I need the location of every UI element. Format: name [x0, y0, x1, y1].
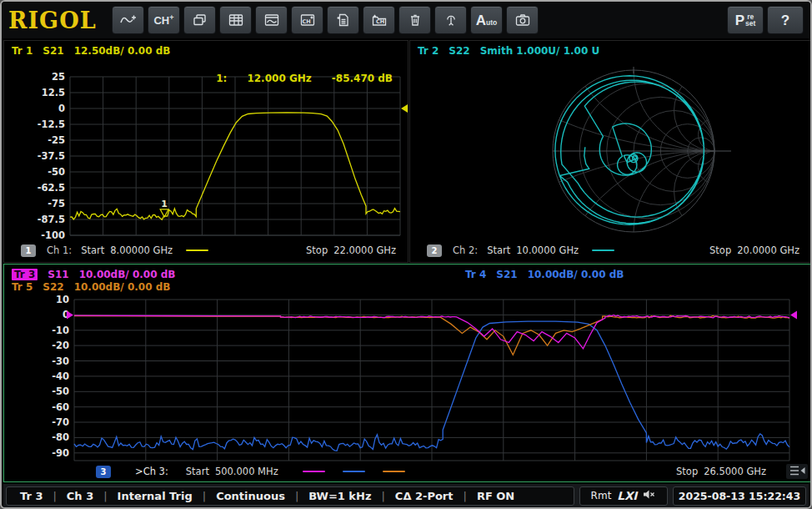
svg-text:12.5: 12.5 — [42, 87, 65, 98]
channel2-label: Ch 2: — [453, 244, 478, 256]
datetime-label: 2025-08-13 15:22:43 — [679, 490, 801, 502]
channel1-start-label: Start — [81, 244, 104, 256]
folder-channel-icon: CH — [371, 13, 388, 28]
svg-text:-25: -25 — [48, 134, 65, 146]
trace2-color-swatch — [592, 249, 614, 251]
svg-text:-60: -60 — [52, 401, 69, 413]
window-channel-button[interactable]: CH — [291, 6, 323, 34]
sine-plus-icon — [119, 13, 138, 28]
status-active-channel: Ch 3 — [67, 490, 93, 502]
trace3-color-swatch — [303, 471, 325, 472]
trace3-header: Tr 3 S11 10.00dB/ 0.00 dB — [12, 269, 175, 280]
channel1-start-value: 8.00000 GHz — [110, 244, 173, 256]
trace5-param: S22 — [43, 281, 63, 293]
status-bar: Tr 3 | Ch 3 | Internal Trig | Continuous… — [3, 484, 809, 507]
channel3-stop-value: 26.5000 GHz — [704, 466, 766, 477]
auto-scale-button[interactable]: Auto — [470, 6, 503, 34]
trace3-scale: 10.00dB/ 0.00 dB — [79, 269, 176, 280]
svg-text:-12.5: -12.5 — [38, 118, 65, 130]
svg-text:-75: -75 — [48, 198, 65, 209]
trace4-header: Tr 4 S21 10.00dB/ 0.00 dB — [465, 269, 624, 280]
help-button[interactable]: ? — [767, 6, 804, 34]
status-if-bandwidth: BW=1 kHz — [308, 490, 371, 502]
status-remote-segment: Rmt LXI — [579, 486, 668, 506]
trace4-param: S21 — [496, 269, 517, 280]
channel2-stop-label: Stop — [709, 244, 731, 256]
window-channel3[interactable]: 100-10-20-30-40-50-60-70-80-90 Tr 3 S11 … — [3, 264, 812, 482]
trash-icon — [407, 13, 424, 28]
channel2-start-label: Start — [487, 244, 510, 256]
trace1-id: Tr 1 — [12, 45, 33, 57]
help-icon: ? — [781, 13, 789, 28]
status-cal-state: CΔ 2-Port — [395, 490, 454, 502]
channel-add-button[interactable]: CH+ — [148, 6, 180, 34]
brand-logo: RIGOL — [8, 9, 108, 32]
svg-text:-20: -20 — [52, 340, 69, 351]
trace5-id: Tr 5 — [12, 281, 33, 293]
trace3-id[interactable]: Tr 3 — [12, 269, 38, 280]
trace5-scale: 10.00dB/ 0.00 dB — [74, 281, 171, 293]
trace-table-button[interactable] — [219, 6, 252, 34]
lxi-indicator: LXI — [617, 489, 637, 502]
marker1-freq: 12.000 GHz — [247, 73, 311, 84]
trace1-header: Tr 1 S21 12.50dB/ 0.00 dB — [12, 45, 170, 57]
preset-button[interactable]: P reset — [727, 6, 764, 34]
trace1-scale: 12.50dB/ 0.00 dB — [74, 45, 171, 57]
channel2-start-value: 10.0000 GHz — [516, 244, 579, 256]
trace2-header: Tr 2 S22 Smith 1.000U/ 1.00 U — [418, 45, 599, 57]
channel3-start-label: Start — [186, 466, 209, 477]
menu-expand-button[interactable] — [786, 464, 808, 479]
channel3-badge[interactable]: 3 — [96, 466, 111, 478]
window-trace-icon — [263, 13, 280, 28]
svg-text:10: 10 — [56, 294, 69, 305]
channel1-stop-value: 22.0000 GHz — [333, 244, 396, 256]
svg-text:-100: -100 — [41, 229, 65, 241]
marker1-value: -85.470 dB — [332, 73, 393, 84]
trace1-param: S21 — [43, 45, 63, 57]
svg-text:-90: -90 — [52, 447, 69, 459]
channel1-badge[interactable]: 1 — [21, 244, 36, 257]
delete-button[interactable] — [398, 6, 431, 34]
save-trace-button[interactable] — [327, 6, 359, 34]
status-datetime-segment: 2025-08-13 15:22:43 — [673, 486, 806, 506]
status-rf-state: RF ON — [477, 490, 514, 502]
trace-add-button[interactable] — [112, 6, 144, 34]
svg-text:-62.5: -62.5 — [38, 182, 65, 194]
channel3-label: >Ch 3: — [135, 466, 168, 477]
svg-text:-50: -50 — [52, 386, 69, 397]
svg-text:-80: -80 — [52, 431, 69, 443]
svg-text:1: 1 — [161, 199, 168, 209]
touch-button[interactable] — [434, 6, 467, 34]
smith-chart — [410, 41, 811, 262]
marker1-readout: 1: 12.000 GHz -85.470 dB — [216, 73, 393, 84]
svg-text:25: 25 — [52, 71, 65, 83]
trace2-id: Tr 2 — [418, 45, 439, 57]
file-channel-button[interactable]: CH — [363, 6, 395, 34]
window-trace1[interactable]: 2512.50-12.5-25-37.5-50-62.5-75-87.5-100… — [3, 40, 409, 263]
menu-expand-icon — [788, 464, 806, 480]
toolbar: RIGOL CH+ — [2, 2, 810, 38]
svg-text:-50: -50 — [48, 166, 65, 178]
status-active-trace: Tr 3 — [20, 490, 43, 502]
trace4-color-swatch — [343, 471, 365, 472]
channel3-footer: 3 >Ch 3: Start 500.000 MHz Stop 26.5000 … — [4, 464, 811, 479]
channel2-badge[interactable]: 2 — [427, 244, 442, 257]
trace2-scale: Smith 1.000U/ 1.00 U — [480, 45, 600, 57]
window-layout-button[interactable] — [183, 6, 216, 34]
window-trace-button[interactable] — [255, 6, 288, 34]
svg-text:-37.5: -37.5 — [38, 150, 65, 162]
svg-text:CH: CH — [302, 18, 310, 25]
svg-text:-87.5: -87.5 — [38, 214, 65, 225]
channel1-footer: 1 Ch 1: Start 8.00000 GHz Stop 22.0000 G… — [4, 243, 408, 258]
screenshot-button[interactable] — [506, 6, 539, 34]
channel3-start-value: 500.000 MHz — [215, 466, 278, 477]
window-trace2[interactable]: Tr 2 S22 Smith 1.000U/ 1.00 U 2 Ch 2: St… — [409, 40, 812, 263]
svg-text:-40: -40 — [52, 370, 69, 382]
vna-screen: RIGOL CH+ — [0, 0, 812, 509]
preset-icon: P reset — [735, 13, 756, 28]
svg-text:-70: -70 — [52, 416, 69, 428]
trace5-header: Tr 5 S22 10.00dB/ 0.00 dB — [12, 281, 170, 293]
touch-icon — [443, 13, 459, 28]
trace5-color-swatch — [383, 471, 405, 472]
channel3-stop-label: Stop — [676, 466, 698, 477]
